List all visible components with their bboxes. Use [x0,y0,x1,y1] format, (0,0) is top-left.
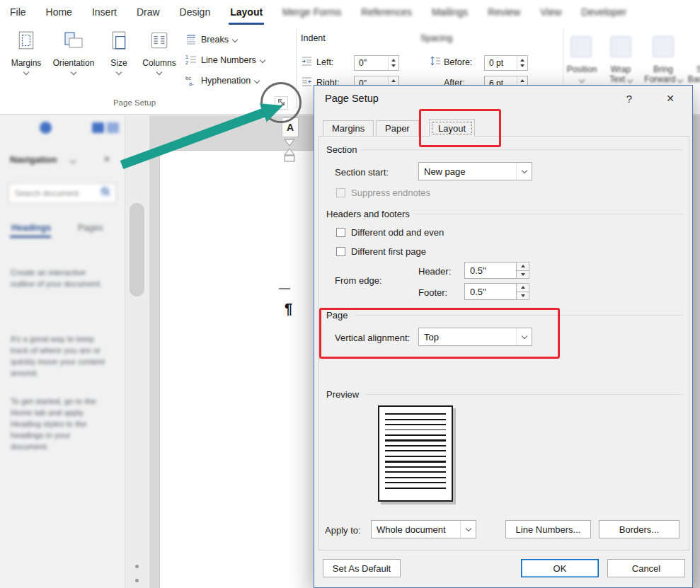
nav-empty-state-text: It's a great way to keep track of where … [11,333,110,379]
set-as-default-button[interactable]: Set As Default [323,559,401,577]
bring-forward-button[interactable]: Bring Forward [641,64,685,84]
toolbar-icon[interactable] [40,122,52,134]
ribbon-tab-references[interactable]: References [351,0,422,25]
scroll-button[interactable] [135,565,139,568]
tab-selector[interactable]: A [282,117,299,137]
nav-tab-underline [10,236,51,238]
nav-search-input[interactable]: Search document [8,183,116,203]
spinner-buttons[interactable] [516,283,529,300]
cancel-button[interactable]: Cancel [607,559,685,577]
nav-tab-headings[interactable]: Headings [11,223,51,233]
scroll-button[interactable] [135,579,139,582]
breaks-icon [185,33,197,47]
orientation-button[interactable]: Orientation [47,30,101,96]
dialog-close-button[interactable]: ✕ [662,91,678,105]
suppress-endnotes-checkbox[interactable] [336,188,345,197]
ribbon-tab-view[interactable]: View [530,0,571,25]
document-page[interactable] [159,150,314,588]
header-label: Header: [418,266,451,277]
ribbon-tab-home[interactable]: Home [36,0,82,25]
different-odd-even-label: Different odd and even [351,227,444,238]
from-edge-label: From edge: [335,275,381,286]
ribbon-tab-bar: File Home Insert Draw Design Layout Merg… [0,0,700,25]
toolbar-icon[interactable] [107,122,119,133]
stepper-buttons[interactable] [517,56,527,70]
position-button[interactable]: Position [562,64,602,84]
wrap-text-button[interactable]: Wrap Text [600,64,641,84]
footer-spinner[interactable]: 0.5" [464,283,529,300]
focus-rect [432,122,472,134]
navigation-pane: Navigation ✕ Search document Headings Pa… [0,115,125,588]
apply-to-select[interactable]: Whole document [371,520,476,538]
chevron-down-icon [254,78,260,83]
dialog-help-button[interactable]: ? [621,91,637,105]
ribbon-tab-design[interactable]: Design [170,0,221,25]
page-group-label: Page [326,310,348,321]
group-divider [361,149,684,150]
svg-text:1: 1 [185,54,188,59]
section-start-label: Section start: [335,167,389,178]
different-odd-even-checkbox[interactable] [336,228,345,237]
nav-tab-pages[interactable]: Pages [78,223,103,233]
vertical-alignment-select[interactable]: Top [418,328,532,346]
toolbar-icon[interactable] [92,122,104,133]
apply-to-label: Apply to: [325,525,361,536]
dialog-launcher-icon [277,97,286,110]
group-separator [296,29,297,108]
ruler-indent-markers-icon[interactable] [283,139,296,173]
different-first-page-checkbox[interactable] [336,247,345,256]
ribbon-tab-merge-forms[interactable]: Merge Forms [272,0,351,25]
spacing-before-icon [430,56,441,69]
nav-pane-title: Navigation [10,154,57,165]
dialog-line-numbers-button[interactable]: Line Numbers... [505,520,591,538]
preview-group-label: Preview [326,389,359,400]
spinner-buttons[interactable] [516,262,529,279]
stepper-buttons[interactable] [388,56,398,70]
ribbon-tab-file[interactable]: File [0,0,36,25]
size-button[interactable]: Size [103,30,134,96]
search-icon[interactable] [98,185,113,202]
group-divider [365,394,684,395]
position-icon [570,36,592,57]
spacing-before-field[interactable]: 0 pt [484,55,528,71]
pilcrow-mark: ¶ [285,301,292,317]
chevron-down-icon [516,328,532,345]
line-numbers-button[interactable]: 12 Line Numbers [185,53,265,67]
margins-button[interactable]: Margins [7,30,45,96]
header-spinner[interactable]: 0.5" [464,262,529,279]
nav-close-icon[interactable]: ✕ [103,154,110,164]
section-group-label: Section [326,144,357,155]
hyphenation-icon: bca- [185,74,197,88]
dialog-tab-layout[interactable]: Layout [429,119,475,137]
dialog-tab-paper[interactable]: Paper [376,120,419,136]
ok-button[interactable]: OK [521,559,599,577]
ribbon-tab-mailings[interactable]: Mailings [422,0,478,25]
ribbon-tab-layout[interactable]: Layout [220,0,272,25]
breaks-button[interactable]: Breaks [185,33,237,47]
word-window: File Home Insert Draw Design Layout Merg… [0,0,700,588]
dialog-launcher-button[interactable] [275,96,288,110]
indent-left-field[interactable]: 0" [354,55,399,71]
send-backward-button[interactable]: Send Backward [685,64,700,84]
preview-text-lines [385,413,446,491]
chevron-down-icon [23,69,29,75]
nav-empty-state-text: Create an interactive outline of your do… [11,267,110,289]
line-numbers-icon: 12 [185,54,197,67]
borders-button[interactable]: Borders... [599,520,679,538]
vertical-alignment-label: Vertical alignment: [335,333,410,343]
ribbon-tab-developer[interactable]: Developer [571,0,636,25]
indent-left-label: Left: [316,57,333,67]
ribbon-tab-insert[interactable]: Insert [82,0,127,25]
section-start-select[interactable]: New page [418,162,532,180]
scrollbar-thumb[interactable] [130,203,144,296]
dialog-tab-margins[interactable]: Margins [323,120,374,136]
ribbon-tab-draw[interactable]: Draw [127,0,170,25]
hyphenation-button[interactable]: bca- Hyphenation [185,74,259,88]
nav-empty-state-text: To get started, go to the Home tab and a… [11,396,110,452]
scrollbar-track[interactable] [125,115,149,588]
columns-button[interactable]: Columns [137,30,181,96]
chevron-down-icon [156,69,162,75]
preview-thumbnail [378,405,453,502]
ribbon-tab-review[interactable]: Review [478,0,530,25]
chevron-down-icon[interactable] [70,158,76,163]
